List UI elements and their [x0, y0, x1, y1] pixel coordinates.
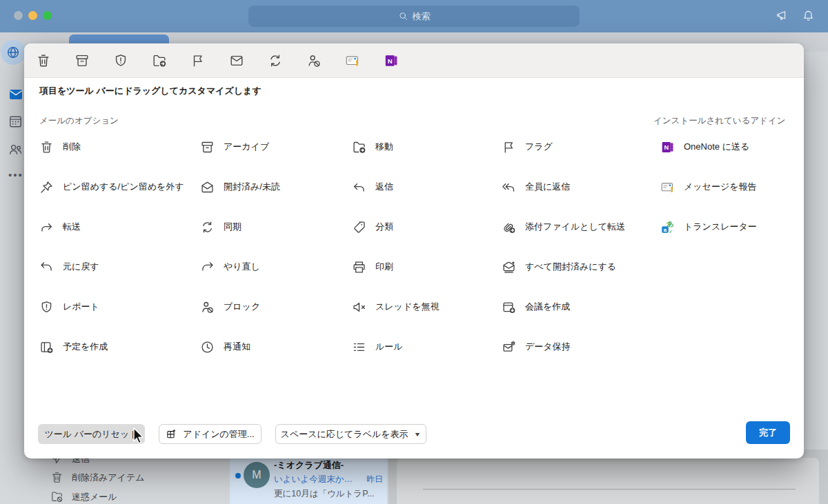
toolbar-item-person-block[interactable] [306, 53, 345, 68]
traffic-lights[interactable] [14, 11, 52, 20]
rail-mail-icon[interactable] [8, 86, 24, 103]
mail-gear-icon [502, 340, 516, 354]
option-label: 添付ファイルとして転送 [525, 221, 625, 233]
option-archive[interactable]: アーカイブ [200, 127, 352, 167]
option-fwd-attach[interactable]: 添付ファイルとして転送 [502, 207, 660, 247]
mail-open-icon [200, 180, 215, 194]
forward-icon [39, 220, 54, 234]
option-block[interactable]: ブロック [200, 287, 352, 327]
option-print[interactable]: 印刷 [352, 247, 502, 287]
macos-titlebar: 検索 [0, 0, 828, 32]
mail-sender: -ミオクラブ通信- [274, 458, 383, 472]
option-create-meeting[interactable]: 会議を作成 [502, 287, 660, 327]
option-ignore-thread[interactable]: スレッドを無視 [352, 287, 502, 327]
option-flag[interactable]: フラグ [502, 127, 660, 167]
svg-text:あ: あ [667, 220, 674, 228]
toolbar-item-mail-report[interactable] [345, 53, 384, 68]
person-block-icon [306, 53, 322, 68]
option-label: OneNote に送る [684, 141, 749, 153]
toolbar-item-folder-move[interactable] [152, 53, 190, 68]
folder-item-2[interactable]: 迷惑メール [50, 490, 117, 503]
option-report[interactable]: レポート [39, 287, 200, 327]
section-mail-options: メールのオプション [39, 115, 119, 127]
onenote-icon: N [660, 140, 675, 154]
toolbar-item-trash[interactable] [36, 53, 75, 68]
option-label: 転送 [63, 221, 81, 233]
option-categorize[interactable]: 分類 [352, 207, 502, 247]
option-data-retention[interactable]: データ保持 [502, 327, 660, 367]
manage-addins-icon [166, 428, 177, 440]
undo-icon [39, 260, 54, 274]
option-create-event[interactable]: 予定を作成 [39, 327, 200, 367]
search-icon [398, 11, 408, 21]
option-reply-all[interactable]: 全員に返信 [502, 167, 660, 207]
reset-toolbar-button[interactable]: ツール バーのリセット [38, 424, 145, 444]
toolbar-item-onenote[interactable]: N [384, 53, 422, 68]
mail-report-icon [660, 180, 675, 194]
attach-forward-icon [502, 220, 516, 234]
option-reply[interactable]: 返信 [352, 167, 502, 207]
option-forward[interactable]: 転送 [39, 207, 200, 247]
option-undo[interactable]: 元に戻す [39, 247, 200, 287]
option-rules[interactable]: ルール [352, 327, 502, 367]
flag-icon [190, 53, 206, 68]
zoom-window-icon[interactable] [43, 11, 52, 20]
account-avatar[interactable] [1, 40, 26, 65]
option-pin[interactable]: ピン留めする/ピン留めを外す [39, 167, 200, 207]
toolbar-item-mail[interactable] [229, 53, 268, 68]
toolbar-item-archive[interactable] [75, 53, 113, 68]
option-label: 開封済み/未読 [224, 181, 280, 193]
option-label: フラグ [525, 141, 553, 153]
option-delete[interactable]: 削除 [39, 127, 200, 167]
manage-addins-icon [166, 428, 177, 440]
done-button[interactable]: 完了 [746, 421, 790, 444]
person-block-icon [200, 300, 215, 314]
option-snooze[interactable]: 再通知 [200, 327, 352, 367]
option-read-unread[interactable]: 開封済み/未読 [200, 167, 352, 207]
option-redo[interactable]: やり直し [200, 247, 352, 287]
option-report-msg[interactable]: メッセージを報告 [660, 167, 797, 207]
option-label: やり直し [224, 261, 260, 273]
option-label: 同期 [224, 221, 241, 233]
megaphone-icon [776, 9, 790, 23]
rail-calendar-icon[interactable] [8, 114, 23, 130]
manage-addins-button[interactable]: アドインの管理... [159, 424, 262, 444]
option-move[interactable]: 移動 [352, 127, 502, 167]
option-label: メッセージを報告 [684, 181, 757, 193]
option-label: 全員に返信 [525, 181, 570, 193]
meeting-icon [502, 300, 516, 314]
mail-list-item[interactable]: M -ミオクラブ通信- いよいよ今週末か… 昨日 更に10月は「ウルトラP... [230, 453, 387, 504]
search-placeholder: 検索 [413, 10, 431, 23]
svg-text:a: a [664, 226, 667, 232]
option-label: 元に戻す [63, 261, 99, 273]
option-label: トランスレーター [684, 221, 757, 233]
translator-icon: aあ [660, 220, 675, 234]
folder-item-1[interactable]: 削除済みアイテム [50, 471, 145, 484]
rail-people-icon[interactable] [8, 141, 23, 157]
minimize-window-icon[interactable] [28, 11, 37, 20]
reply-all-icon [502, 180, 516, 194]
option-mark-all-read[interactable]: すべて開封済みにする [502, 247, 660, 287]
trash-icon [50, 471, 63, 484]
print-icon [352, 260, 366, 274]
bell-icon[interactable] [801, 9, 816, 23]
close-window-icon[interactable] [14, 11, 23, 20]
rail-more-icon[interactable]: ••• [8, 169, 23, 181]
toolbar-item-sync[interactable] [268, 53, 306, 68]
option-onenote[interactable]: NOneNote に送る [660, 127, 797, 167]
mail-preview: 更に10月は「ウルトラP... [274, 487, 383, 501]
folder-move-icon [352, 140, 366, 154]
toolbar-item-shield[interactable] [113, 53, 152, 68]
onenote-icon: N [384, 53, 399, 68]
shield-icon [113, 53, 128, 68]
toolbar-item-flag[interactable] [190, 53, 229, 68]
label-display-dropdown[interactable]: スペースに応じてラベルを表示 ▼ [275, 424, 426, 444]
manage-addins-label: アドインの管理... [183, 428, 254, 441]
search-icon [398, 11, 408, 21]
option-translator[interactable]: aあトランスレーター [660, 207, 797, 247]
megaphone-icon[interactable] [776, 9, 790, 23]
option-sync[interactable]: 同期 [200, 207, 352, 247]
search-input[interactable]: 検索 [248, 6, 580, 27]
option-label: 再通知 [224, 341, 250, 353]
pin-icon [39, 180, 54, 194]
